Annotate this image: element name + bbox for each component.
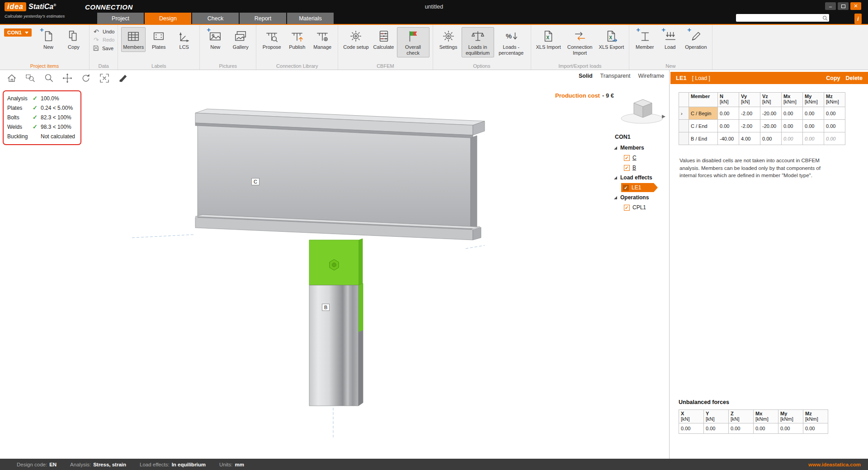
member-cell[interactable]: C / End [689, 120, 718, 132]
lcs-labels-button[interactable]: LCS [172, 27, 196, 52]
pan-button[interactable] [61, 72, 74, 85]
delete-load-button[interactable]: Delete [845, 75, 863, 81]
expander-icon[interactable] [614, 196, 617, 199]
copy-project-item-button[interactable]: Copy [61, 27, 86, 52]
value-cell[interactable]: 0.00 [782, 107, 803, 120]
render-mode-wireframe[interactable]: Wireframe [638, 73, 665, 79]
tree-section-operations[interactable]: Operations [611, 193, 668, 202]
new-operation-button[interactable]: + Operation [683, 27, 708, 52]
close-button[interactable]: ✕ [850, 2, 861, 10]
copy-load-button[interactable]: Copy [826, 75, 840, 81]
expander-icon[interactable] [614, 176, 617, 179]
value-cell[interactable]: 0.00 [718, 107, 739, 120]
value-cell[interactable]: -2.00 [739, 107, 760, 120]
row-selector[interactable]: › [679, 107, 689, 120]
new-load-button[interactable]: + Load [658, 27, 682, 52]
tree-section-load-effects[interactable]: Load effects [611, 173, 668, 182]
row-selector[interactable] [679, 120, 689, 132]
xls-import-button[interactable]: X XLS Import [534, 27, 563, 52]
connection-import-button[interactable]: Connection Import [564, 27, 596, 57]
rotate-button[interactable] [80, 72, 92, 85]
tree-project-con1[interactable]: CON1 [615, 134, 668, 140]
tree-item-member-c[interactable]: ✓ C [611, 153, 668, 162]
overall-check-button[interactable]: Overall check [397, 27, 429, 57]
checkbox-icon[interactable]: ✓ [623, 185, 629, 191]
value-cell[interactable]: 4.00 [739, 132, 760, 145]
info-button[interactable]: i [854, 14, 862, 24]
n-column-header: N[kN] [718, 93, 739, 107]
value-cell[interactable]: 0.00 [824, 120, 845, 132]
tab-design[interactable]: Design [145, 13, 191, 24]
paint-view-button[interactable] [117, 72, 129, 85]
save-button[interactable]: Save [93, 45, 114, 52]
balance-scales-icon [471, 29, 485, 43]
render-mode-transparent[interactable]: Transparent [600, 73, 631, 79]
publish-button[interactable]: Publish [285, 27, 309, 52]
table-row[interactable]: › C / Begin 0.00 -2.00 -20.00 0.00 0.00 … [679, 107, 845, 120]
zoom-window-button[interactable] [24, 72, 37, 85]
new-member-button[interactable]: + Member [632, 27, 657, 52]
tree-item-member-b[interactable]: ✓ B [611, 163, 668, 172]
ribbon-group-cbfem: Code setup Calculate Overall check CBFEM [338, 25, 433, 70]
zoom-button[interactable] [42, 72, 55, 85]
maximize-icon [841, 5, 845, 8]
ribbon-group-options: Settings Loads in equilibrium % Loads - … [433, 25, 531, 70]
table-row[interactable]: C / End 0.00 -2.00 -20.00 0.00 0.00 0.00 [679, 120, 845, 132]
propose-button[interactable]: Propose [259, 27, 284, 52]
plates-labels-button[interactable]: Plates [146, 27, 171, 52]
redo-button[interactable]: ↷ Redo [93, 37, 114, 43]
tab-project[interactable]: Project [97, 13, 144, 24]
render-mode-solid[interactable]: Solid [579, 73, 593, 79]
value-cell[interactable]: 0.00 [824, 107, 845, 120]
manage-button[interactable]: Manage [310, 27, 335, 52]
calculate-button[interactable]: Calculate [372, 27, 396, 52]
value-cell[interactable]: -20.00 [760, 120, 782, 132]
tab-materials[interactable]: Materials [287, 13, 334, 24]
maximize-button[interactable] [838, 2, 849, 10]
minimize-button[interactable]: – [825, 2, 836, 10]
tab-check[interactable]: Check [192, 13, 239, 24]
value-cell[interactable]: 0.00 [718, 120, 739, 132]
value-cell[interactable]: 0.00 [803, 107, 824, 120]
tree-section-members[interactable]: Members [611, 143, 668, 152]
undo-button[interactable]: ↶ Undo [93, 28, 114, 35]
members-labels-button[interactable]: Members [121, 27, 146, 52]
search-input[interactable] [736, 15, 822, 21]
model-viewport[interactable]: Analysis ✓ 100.0% Plates ✓ 0.24 < 5.00% … [0, 86, 669, 459]
checkbox-icon[interactable]: ✓ [624, 165, 630, 171]
table-row[interactable]: B / End -40.00 4.00 0.00 0.00 0.00 0.00 [679, 132, 845, 145]
checkbox-icon[interactable]: ✓ [624, 155, 630, 161]
member-label-b[interactable]: B [322, 304, 330, 311]
tree-item-le1[interactable]: ✓ LE1 [611, 183, 668, 192]
loads-percentage-button[interactable]: % Loads - percentage [495, 27, 528, 57]
code-setup-button[interactable]: Code setup [341, 27, 370, 52]
checkbox-icon[interactable]: ✓ [624, 205, 630, 211]
value-cell[interactable]: 0.00 [803, 120, 824, 132]
tree-item-cpl1[interactable]: ✓ CPL1 [611, 203, 668, 212]
member-cell[interactable]: B / End [689, 132, 718, 145]
settings-button[interactable]: Settings [436, 27, 461, 52]
row-selector[interactable] [679, 132, 689, 145]
value-cell[interactable]: -20.00 [760, 107, 782, 120]
value-cell[interactable]: -2.00 [739, 120, 760, 132]
con1-dropdown[interactable]: CON1 [4, 28, 32, 37]
member-label-c[interactable]: C [251, 178, 259, 185]
view-cube[interactable] [618, 93, 668, 129]
value-cell[interactable]: -40.00 [718, 132, 739, 145]
zoom-fit-button[interactable] [98, 72, 111, 85]
xls-export-button[interactable]: X XLS Export [597, 27, 626, 52]
value-cell[interactable]: 0.00 [760, 132, 782, 145]
member-cell[interactable]: C / Begin [689, 107, 718, 120]
gallery-button[interactable]: Gallery [228, 27, 253, 52]
beam-c-geometry [195, 109, 485, 240]
expander-icon[interactable] [614, 146, 617, 150]
new-project-item-button[interactable]: + New [36, 27, 61, 52]
tab-report[interactable]: Report [240, 13, 286, 24]
my-column-header: My[kNm] [803, 93, 824, 107]
loads-in-equilibrium-button[interactable]: Loads in equilibrium [462, 27, 494, 57]
home-view-button[interactable] [5, 72, 18, 85]
website-link[interactable]: www.ideastatica.com [808, 462, 861, 467]
home-icon [6, 73, 17, 84]
value-cell[interactable]: 0.00 [782, 120, 803, 132]
new-picture-button[interactable]: + New [203, 27, 227, 52]
